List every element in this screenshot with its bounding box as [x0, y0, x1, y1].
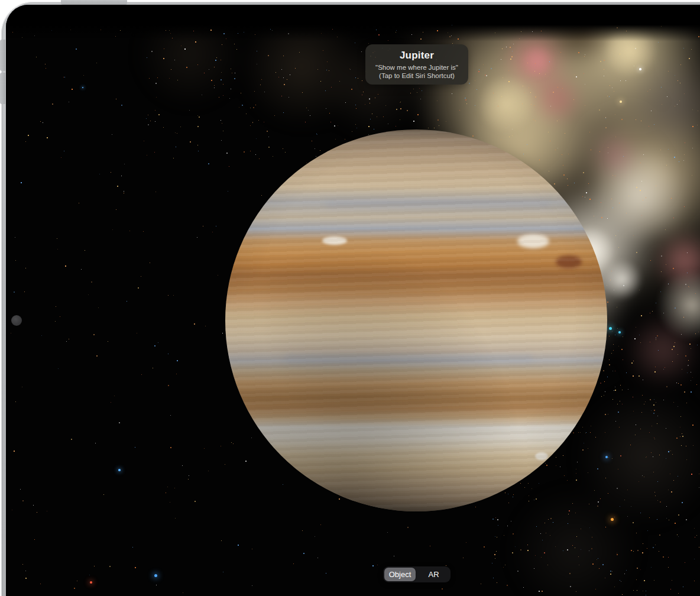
tooltip-hint: (Tap to Edit Siri Shortcut) [365, 72, 468, 80]
siri-tooltip[interactable]: Jupiter "Show me where Jupiter is" (Tap … [365, 44, 468, 85]
front-camera-dot [11, 315, 22, 326]
mode-switcher: Object AR [383, 566, 451, 582]
top-button [61, 0, 127, 5]
mode-option-ar[interactable]: AR [418, 568, 449, 581]
jupiter-planet[interactable] [225, 129, 607, 511]
volume-button-upper [0, 40, 5, 71]
volume-button-lower [0, 73, 5, 104]
limb-shading [225, 129, 607, 511]
tooltip-quote: "Show me where Jupiter is" [365, 63, 468, 72]
tooltip-title: Jupiter [365, 50, 468, 61]
screen: Jupiter "Show me where Jupiter is" (Tap … [6, 5, 700, 596]
mode-option-object[interactable]: Object [384, 568, 416, 581]
